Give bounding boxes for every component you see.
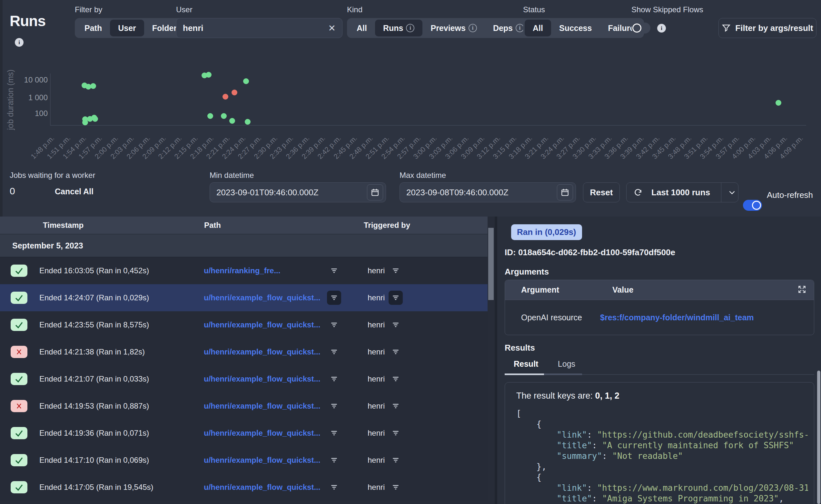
reset-button[interactable]: Reset [583,182,620,202]
filter-by-path-icon[interactable] [327,291,341,305]
run-path-link[interactable]: u/henri/ranking_fre... [204,266,280,275]
filter-by-label: Filter by [75,5,102,14]
filter-by-option-path[interactable]: Path [76,20,110,36]
scrollbar-thumb[interactable] [817,371,820,504]
kind-option-runs[interactable]: Runsi [375,20,423,36]
max-datetime-calendar-icon[interactable] [557,184,573,200]
show-skipped-toggle[interactable] [631,23,650,34]
run-row[interactable]: Ended 14:17:10 (Ran in 0,069s)u/henri/ex… [0,447,488,474]
cancel-all-button[interactable]: Cancel All [55,187,93,196]
run-row[interactable]: Ended 16:03:05 (Ran in 0,452s)u/henri/ra… [0,257,488,284]
status-option-success[interactable]: Success [551,20,600,36]
job-point-failure[interactable] [222,94,228,100]
run-path-link[interactable]: u/henri/example_flow_quickst... [204,402,320,411]
result-viewer[interactable]: The result keys are: 0, 1, 2 [ { "link":… [505,382,814,504]
last-runs-dropdown[interactable] [726,188,738,197]
filter-by-option-label: User [118,24,136,33]
tab-result[interactable]: Result [505,359,547,374]
filter-by-user-icon[interactable] [388,345,403,359]
run-row[interactable]: Ended 14:21:07 (Ran in 0,033s)u/henri/ex… [0,365,488,393]
argument-value-link[interactable]: $res:f/company-folder/windmill_ai_team [600,313,754,322]
job-point-success[interactable] [207,113,213,119]
results-title: Results [505,343,535,353]
run-triggered-by: henri [367,374,385,383]
col-triggered-by: Triggered by [364,221,410,230]
run-path-link[interactable]: u/henri/example_flow_quickst... [204,483,320,492]
scrollbar-thumb[interactable] [488,228,494,300]
last-runs-split-button[interactable]: Last 1000 runs [626,182,738,202]
arguments-title: Arguments [505,267,549,277]
job-point-failure[interactable] [231,90,237,95]
filter-by-user-icon[interactable] [388,480,403,494]
show-skipped-info-icon[interactable]: i [657,24,666,33]
filter-by-path-icon[interactable] [327,480,341,494]
filter-by-user-icon[interactable] [388,453,403,467]
user-filter-input[interactable]: henri ✕ [176,18,342,38]
filter-by-path-icon[interactable] [327,264,341,278]
kind-label: Kind [347,5,362,14]
active-tab-underline [505,373,544,375]
filter-by-user-icon[interactable] [388,372,403,386]
run-row[interactable]: Ended 14:19:53 (Ran in 0,887s)u/henri/ex… [0,393,488,420]
kind-option-all[interactable]: All [348,20,375,36]
info-icon[interactable]: i [469,24,477,32]
job-point-success[interactable] [245,119,250,125]
run-timestamp: Ended 14:17:05 (Ran in 19,545s) [39,483,153,492]
run-row[interactable]: Ended 14:24:07 (Ran in 0,029s)u/henri/ex… [0,284,488,311]
filter-by-path-icon[interactable] [327,345,341,359]
run-path-link[interactable]: u/henri/example_flow_quickst... [204,374,320,383]
filter-by-user-icon[interactable] [388,399,403,413]
filter-by-path-icon[interactable] [327,399,341,413]
job-duration-chart[interactable]: job duration (ms) 10 0001 000100 1:48 p.… [0,64,821,168]
job-point-success[interactable] [90,83,96,89]
table-scrollbar[interactable] [488,217,495,504]
run-triggered-by: henri [367,266,385,275]
job-point-success[interactable] [776,100,781,106]
min-datetime-calendar-icon[interactable] [367,184,383,200]
filter-by-user-icon[interactable] [388,426,403,440]
info-icon[interactable]: i [406,24,415,32]
clear-user-filter-icon[interactable]: ✕ [328,23,336,34]
expand-icon [798,285,806,294]
tab-logs[interactable]: Logs [549,359,584,374]
run-row[interactable]: Ended 14:23:55 (Ran in 8,575s)u/henri/ex… [0,311,488,338]
user-filter-value: henri [183,23,203,33]
filter-by-user-icon[interactable] [388,291,403,305]
run-path-link[interactable]: u/henri/example_flow_quickst... [204,293,320,302]
kind-option-label: Runs [383,24,403,33]
run-path-link[interactable]: u/henri/example_flow_quickst... [204,456,320,465]
max-datetime-input[interactable]: 2023-09-08T09:46:00.000Z [399,182,576,202]
filter-by-path-icon[interactable] [327,318,341,332]
filter-by-user-icon[interactable] [388,318,403,332]
status-option-label: All [533,24,543,33]
run-row[interactable]: Ended 14:17:05 (Ran in 19,545s)u/henri/e… [0,474,488,501]
job-point-success[interactable] [206,72,211,78]
success-status-icon [11,427,27,439]
status-option-all[interactable]: All [525,20,551,36]
filter-by-user-icon[interactable] [388,264,403,278]
runs-info-icon[interactable]: i [15,38,24,47]
run-path-link[interactable]: u/henri/example_flow_quickst... [204,429,320,438]
filter-by-path-icon[interactable] [327,372,341,386]
filter-args-result-button[interactable]: Filter by args/result [718,18,816,38]
run-row[interactable]: Ended 14:19:36 (Ran in 0,071s)u/henri/ex… [0,420,488,447]
min-datetime-value: 2023-09-01T09:46:00.000Z [216,188,318,198]
filter-by-path-icon[interactable] [327,453,341,467]
filter-by-option-user[interactable]: User [110,20,144,36]
job-point-success[interactable] [92,116,98,122]
run-path-link[interactable]: u/henri/example_flow_quickst... [204,320,320,329]
filter-by-path-icon[interactable] [327,426,341,440]
auto-refresh-toggle[interactable] [743,200,762,211]
toggle-knob [752,201,761,210]
job-point-success[interactable] [229,118,235,124]
run-path-link[interactable]: u/henri/example_flow_quickst... [204,347,320,356]
kind-option-previews[interactable]: Previewsi [423,20,485,36]
job-point-success[interactable] [82,120,88,125]
job-point-success[interactable] [243,78,249,84]
argument-name: OpenAI resource [521,313,582,322]
expand-arguments-button[interactable] [798,285,806,295]
job-point-success[interactable] [221,113,227,119]
run-row[interactable]: Ended 14:21:38 (Ran in 1,82s)u/henri/exa… [0,338,488,365]
min-datetime-input[interactable]: 2023-09-01T09:46:00.000Z [210,182,386,202]
panel-scrollbar[interactable] [816,217,821,504]
